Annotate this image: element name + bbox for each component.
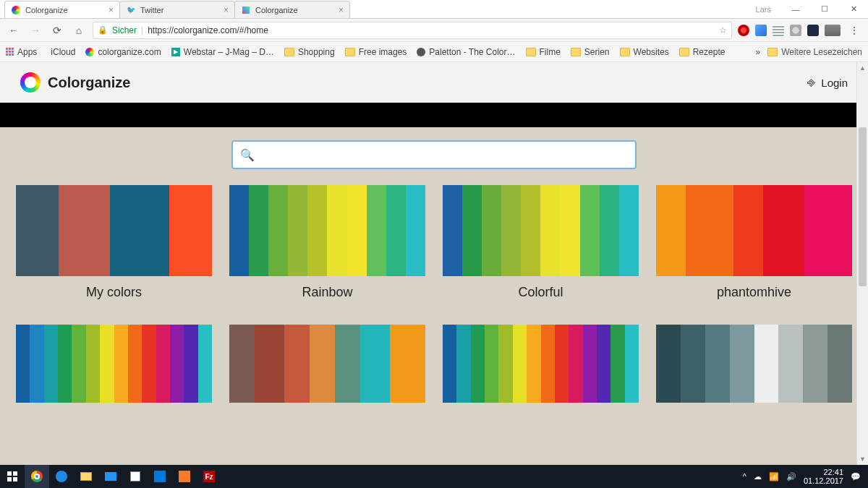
color-chip	[656, 325, 681, 403]
profile-name[interactable]: Lars	[756, 5, 771, 14]
palette-title: phantomhive	[656, 285, 852, 300]
scrollbar-thumb[interactable]	[859, 127, 867, 286]
page-scrollbar[interactable]: ▲ ▼	[856, 62, 868, 465]
address-bar[interactable]: 🔒 Sicher | https://colorganize.com/#/hom…	[93, 22, 732, 39]
browser-tab[interactable]: 🐦Twitter×	[119, 1, 235, 18]
color-chip	[198, 325, 212, 403]
extension-icon[interactable]	[773, 25, 784, 36]
taskbar-app-chrome[interactable]	[25, 465, 49, 488]
bookmark-item[interactable]: ▶Webstar – J-Mag – D…	[171, 47, 274, 57]
color-chip	[86, 325, 100, 403]
color-chip	[16, 325, 30, 403]
tray-network-icon[interactable]: 📶	[769, 472, 779, 481]
palette-card[interactable]: My colors	[16, 185, 212, 300]
bookmark-item[interactable]: colorganize.com	[85, 47, 161, 57]
search-box[interactable]: 🔍	[231, 140, 637, 169]
taskbar-app-xampp[interactable]	[172, 465, 197, 488]
palette-card[interactable]: Colorful	[443, 185, 639, 300]
palette-card[interactable]: Rainbow	[229, 185, 425, 300]
taskbar-app-explorer[interactable]	[74, 465, 98, 488]
menu-button[interactable]: ⋮	[846, 22, 862, 38]
palette-card[interactable]: phantomhive	[656, 185, 852, 300]
search-input[interactable]	[260, 142, 628, 168]
color-chip	[540, 185, 560, 276]
tab-close-icon[interactable]: ×	[224, 5, 229, 15]
color-chip	[170, 325, 184, 403]
taskbar-app-edge[interactable]	[49, 465, 74, 488]
bookmark-item[interactable]: Free images	[345, 47, 407, 57]
app-header: Colorganize ⎆ Login	[0, 62, 868, 103]
start-button[interactable]	[0, 465, 25, 488]
color-chip	[169, 185, 212, 276]
palette-card[interactable]	[443, 325, 639, 403]
extension-icon[interactable]	[790, 25, 801, 36]
color-chip	[681, 325, 705, 403]
color-chip	[229, 185, 249, 276]
taskbar-app-mail[interactable]	[98, 465, 123, 488]
taskbar-app-filezilla[interactable]: Fz	[197, 465, 221, 488]
tray-volume-icon[interactable]: 🔊	[786, 472, 796, 481]
bookmarks-overflow[interactable]: »	[755, 47, 760, 57]
palette-title: Rainbow	[229, 285, 425, 300]
browser-titlebar: Colorganize×🐦Twitter×Colorganize× Lars —…	[0, 0, 868, 19]
bookmark-item[interactable]: Apps	[6, 47, 37, 57]
extension-icon[interactable]	[807, 25, 819, 36]
color-chip	[128, 325, 142, 403]
color-chip	[498, 325, 512, 403]
minimize-button[interactable]: —	[786, 5, 806, 14]
taskbar-app-store[interactable]	[123, 465, 148, 488]
tab-close-icon[interactable]: ×	[339, 5, 344, 15]
taskbar-clock[interactable]: 22:41 01.12.2017	[804, 468, 843, 485]
brand-name: Colorganize	[48, 74, 130, 91]
palette-card[interactable]	[229, 325, 425, 403]
taskbar-app-vscode[interactable]	[148, 465, 172, 488]
browser-tab[interactable]: Colorganize×	[234, 1, 350, 18]
other-bookmarks[interactable]: Weitere Lesezeichen	[767, 47, 862, 57]
color-chip	[456, 325, 470, 403]
color-chip	[335, 325, 360, 403]
extension-icon[interactable]	[755, 25, 767, 36]
color-chip	[327, 185, 346, 276]
color-chip	[288, 185, 307, 276]
bookmark-star-icon[interactable]: ☆	[719, 25, 727, 35]
tray-onedrive-icon[interactable]: ☁	[754, 472, 762, 481]
color-chip	[59, 185, 110, 276]
maximize-button[interactable]: ☐	[814, 4, 835, 14]
bookmark-item[interactable]: Shopping	[284, 47, 335, 57]
color-chip	[541, 325, 555, 403]
palette-card[interactable]	[656, 325, 852, 403]
tab-close-icon[interactable]: ×	[109, 5, 114, 15]
color-chip	[30, 325, 43, 403]
palette-swatch	[229, 185, 425, 276]
extension-icon[interactable]	[825, 25, 841, 36]
brand-logo-icon	[20, 72, 41, 93]
bookmark-item[interactable]: iCloud	[47, 47, 75, 57]
close-button[interactable]: ✕	[843, 4, 864, 14]
bookmark-item[interactable]: Websites	[620, 47, 669, 57]
color-chip	[763, 185, 804, 276]
bookmark-item[interactable]: Paletton - The Color…	[417, 47, 515, 57]
color-chip	[527, 325, 540, 403]
reload-button[interactable]: ⟳	[49, 22, 65, 38]
extension-icon[interactable]	[738, 25, 749, 36]
palette-card[interactable]	[16, 325, 212, 403]
color-chip	[156, 325, 170, 403]
browser-tab[interactable]: Colorganize×	[4, 1, 120, 18]
color-chip	[347, 185, 367, 276]
page-content: Colorganize ⎆ Login 🔍 My colorsRainbowCo…	[0, 62, 868, 465]
palette-swatch	[656, 325, 852, 403]
color-chip	[462, 185, 482, 276]
color-chip	[778, 325, 803, 403]
home-button[interactable]: ⌂	[71, 22, 87, 38]
brand[interactable]: Colorganize	[20, 72, 130, 93]
back-button[interactable]: ←	[6, 22, 22, 38]
notifications-icon[interactable]: 💬	[851, 472, 861, 481]
bookmark-item[interactable]: Filme	[526, 47, 561, 57]
tray-chevron-icon[interactable]: ^	[743, 472, 746, 481]
bookmark-item[interactable]: Serien	[571, 47, 610, 57]
palette-swatch	[16, 325, 212, 403]
color-chip	[142, 325, 156, 403]
login-link[interactable]: ⎆ Login	[807, 75, 848, 90]
forward-button[interactable]: →	[27, 22, 43, 38]
bookmark-item[interactable]: Rezepte	[679, 47, 726, 57]
